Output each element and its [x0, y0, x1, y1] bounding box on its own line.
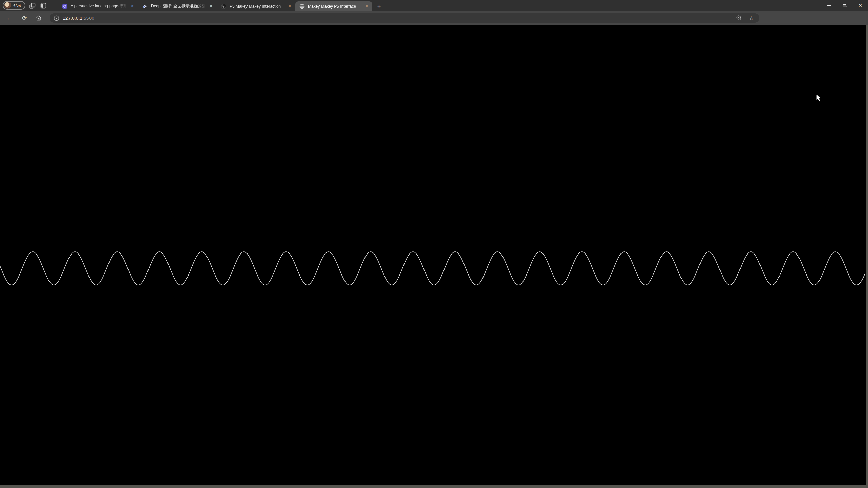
deepl-favicon — [142, 4, 148, 9]
profile-avatar — [4, 2, 11, 9]
zoom-level-icon[interactable] — [736, 15, 743, 21]
sine-wave-line — [0, 252, 865, 285]
magnifier-glyph — [736, 15, 742, 21]
back-icon[interactable]: ← — [4, 11, 15, 25]
tab-title: P5 Makey Makey Interaction — [230, 4, 284, 9]
browser-window: 登录 A persuasive landing page-演示文 ✕ — [0, 0, 868, 488]
page-content — [0, 25, 868, 488]
tab-p5-makey[interactable]: P5 Makey Makey Interaction ✕ — [217, 1, 295, 11]
close-window-button[interactable]: ✕ — [852, 0, 868, 11]
dark-disc-favicon — [221, 4, 226, 9]
url-text[interactable]: 127.0.0.1:5500 — [63, 16, 94, 21]
refresh-icon[interactable]: ⟳ — [19, 11, 29, 25]
address-bar-left: 127.0.0.1:5500 — [50, 15, 736, 21]
restore-icon — [843, 4, 846, 7]
home-icon[interactable] — [34, 11, 44, 25]
home-glyph — [36, 15, 42, 21]
globe-favicon — [299, 4, 305, 9]
tab-close-icon[interactable]: ✕ — [287, 3, 293, 9]
vertical-scrollbar[interactable] — [866, 25, 868, 485]
profile-signin-label: 登录 — [13, 3, 21, 8]
address-bar-right: ☆ — [736, 15, 760, 21]
tab-close-icon[interactable]: ✕ — [129, 3, 135, 9]
window-controls: — ✕ — [821, 0, 868, 11]
profile-signin-button[interactable]: 登录 — [3, 1, 25, 10]
vertical-tabs-glyph — [40, 3, 46, 9]
tab-landing-page[interactable]: A persuasive landing page-演示文 ✕ — [58, 1, 138, 11]
tab-close-icon[interactable]: ✕ — [363, 3, 370, 9]
workspaces-glyph — [29, 3, 36, 9]
minimize-button[interactable]: — — [821, 0, 837, 11]
tab-close-icon[interactable]: ✕ — [208, 3, 214, 9]
url-host: 127.0.0.1 — [63, 16, 82, 21]
tab-title: A persuasive landing page-演示文 — [71, 3, 127, 9]
horizontal-scrollbar[interactable] — [0, 485, 868, 488]
navigation-toolbar: ← ⟳ 127.0.0.1:5500 — [0, 11, 868, 25]
restore-button[interactable] — [837, 0, 852, 11]
site-info-icon[interactable] — [54, 15, 59, 21]
gamma-favicon — [62, 4, 67, 9]
tab-strip: 登录 A persuasive landing page-演示文 ✕ — [0, 0, 868, 11]
favorite-star-icon[interactable]: ☆ — [748, 15, 755, 21]
vertical-tabs-icon[interactable] — [40, 2, 47, 9]
tab-makey-p5-active[interactable]: Makey Makey P5 Interface ✕ — [295, 1, 372, 11]
tab-deepl[interactable]: DeepL翻译: 全世界最准确的翻译 ✕ — [138, 1, 217, 11]
url-port: :5500 — [82, 16, 94, 21]
sine-wave-canvas — [0, 25, 866, 485]
workspaces-icon[interactable] — [29, 2, 36, 9]
new-tab-button[interactable]: + — [375, 2, 383, 11]
address-bar[interactable]: 127.0.0.1:5500 ☆ — [50, 13, 760, 23]
tab-title: DeepL翻译: 全世界最准确的翻译 — [151, 3, 206, 9]
tab-title: Makey Makey P5 Interface — [308, 4, 361, 9]
